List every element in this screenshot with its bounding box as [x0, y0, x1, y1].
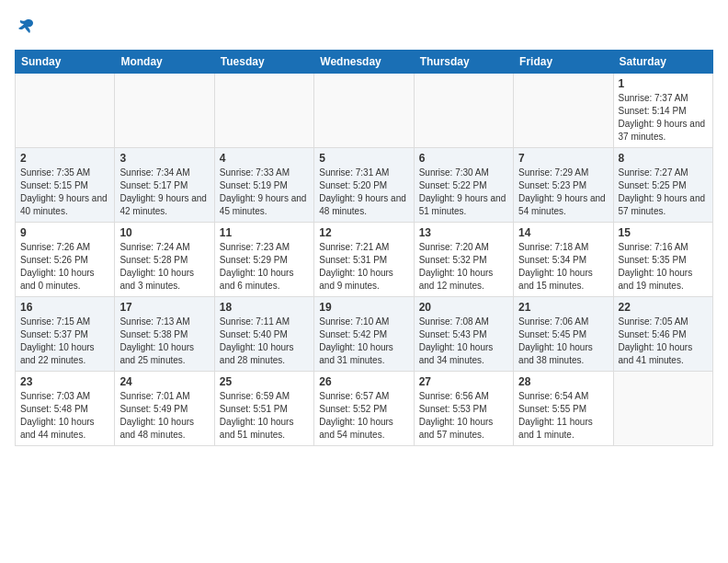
- calendar-cell: [314, 74, 414, 148]
- day-number: 3: [119, 152, 209, 165]
- day-header-monday: Monday: [115, 51, 214, 74]
- logo: [15, 15, 35, 39]
- day-info: Sunrise: 7:34 AM Sunset: 5:17 PM Dayligh…: [119, 167, 209, 218]
- day-number: 24: [119, 375, 209, 388]
- day-info: Sunrise: 7:31 AM Sunset: 5:20 PM Dayligh…: [319, 167, 408, 218]
- day-number: 21: [518, 301, 608, 314]
- calendar-cell: 4Sunrise: 7:33 AM Sunset: 5:19 PM Daylig…: [214, 148, 313, 223]
- day-info: Sunrise: 7:01 AM Sunset: 5:49 PM Dayligh…: [119, 390, 209, 442]
- day-number: 8: [619, 152, 708, 165]
- page-header: [15, 15, 713, 39]
- day-header-friday: Friday: [514, 51, 613, 74]
- calendar-cell: 9Sunrise: 7:26 AM Sunset: 5:26 PM Daylig…: [16, 223, 115, 297]
- calendar-week-4: 16Sunrise: 7:15 AM Sunset: 5:37 PM Dayli…: [16, 297, 713, 372]
- day-info: Sunrise: 7:30 AM Sunset: 5:22 PM Dayligh…: [419, 167, 508, 218]
- day-number: 6: [419, 152, 508, 165]
- day-info: Sunrise: 7:03 AM Sunset: 5:48 PM Dayligh…: [20, 390, 109, 442]
- day-info: Sunrise: 6:56 AM Sunset: 5:53 PM Dayligh…: [419, 390, 508, 442]
- day-info: Sunrise: 7:21 AM Sunset: 5:31 PM Dayligh…: [319, 241, 408, 293]
- calendar-cell: 13Sunrise: 7:20 AM Sunset: 5:32 PM Dayli…: [414, 223, 513, 297]
- day-header-wednesday: Wednesday: [314, 51, 414, 74]
- day-number: 28: [518, 375, 608, 388]
- calendar-cell: 20Sunrise: 7:08 AM Sunset: 5:43 PM Dayli…: [414, 297, 513, 372]
- day-info: Sunrise: 6:59 AM Sunset: 5:51 PM Dayligh…: [220, 390, 309, 442]
- calendar-table: SundayMondayTuesdayWednesdayThursdayFrid…: [15, 50, 713, 446]
- day-number: 15: [619, 226, 708, 239]
- calendar-cell: 22Sunrise: 7:05 AM Sunset: 5:46 PM Dayli…: [613, 297, 712, 372]
- calendar-cell: 18Sunrise: 7:11 AM Sunset: 5:40 PM Dayli…: [214, 297, 313, 372]
- calendar-cell: 8Sunrise: 7:27 AM Sunset: 5:25 PM Daylig…: [613, 148, 712, 223]
- calendar-cell: [514, 74, 613, 148]
- day-info: Sunrise: 7:08 AM Sunset: 5:43 PM Dayligh…: [419, 316, 508, 367]
- day-number: 7: [518, 152, 608, 165]
- day-number: 10: [119, 226, 209, 239]
- day-info: Sunrise: 7:15 AM Sunset: 5:37 PM Dayligh…: [20, 316, 109, 367]
- day-number: 19: [319, 301, 408, 314]
- day-number: 16: [20, 301, 109, 314]
- calendar-cell: 25Sunrise: 6:59 AM Sunset: 5:51 PM Dayli…: [214, 372, 313, 446]
- calendar-cell: 5Sunrise: 7:31 AM Sunset: 5:20 PM Daylig…: [314, 148, 414, 223]
- calendar-cell: 23Sunrise: 7:03 AM Sunset: 5:48 PM Dayli…: [16, 372, 115, 446]
- day-number: 5: [319, 152, 408, 165]
- day-number: 17: [119, 301, 209, 314]
- day-info: Sunrise: 7:05 AM Sunset: 5:46 PM Dayligh…: [619, 316, 708, 367]
- calendar-cell: 12Sunrise: 7:21 AM Sunset: 5:31 PM Dayli…: [314, 223, 414, 297]
- day-number: 26: [319, 375, 408, 388]
- day-number: 9: [20, 226, 109, 239]
- day-info: Sunrise: 7:33 AM Sunset: 5:19 PM Dayligh…: [220, 167, 309, 218]
- day-number: 13: [419, 226, 508, 239]
- calendar-cell: 2Sunrise: 7:35 AM Sunset: 5:15 PM Daylig…: [16, 148, 115, 223]
- day-info: Sunrise: 7:13 AM Sunset: 5:38 PM Dayligh…: [119, 316, 209, 367]
- day-number: 14: [518, 226, 608, 239]
- calendar-cell: 19Sunrise: 7:10 AM Sunset: 5:42 PM Dayli…: [314, 297, 414, 372]
- calendar-cell: 28Sunrise: 6:54 AM Sunset: 5:55 PM Dayli…: [514, 372, 613, 446]
- calendar-cell: [613, 372, 712, 446]
- calendar-cell: 26Sunrise: 6:57 AM Sunset: 5:52 PM Dayli…: [314, 372, 414, 446]
- calendar-cell: 11Sunrise: 7:23 AM Sunset: 5:29 PM Dayli…: [214, 223, 313, 297]
- calendar-cell: 6Sunrise: 7:30 AM Sunset: 5:22 PM Daylig…: [414, 148, 513, 223]
- day-info: Sunrise: 6:57 AM Sunset: 5:52 PM Dayligh…: [319, 390, 408, 442]
- calendar-week-2: 2Sunrise: 7:35 AM Sunset: 5:15 PM Daylig…: [16, 148, 713, 223]
- day-info: Sunrise: 7:16 AM Sunset: 5:35 PM Dayligh…: [619, 241, 708, 293]
- day-info: Sunrise: 7:27 AM Sunset: 5:25 PM Dayligh…: [619, 167, 708, 218]
- calendar-week-1: 1Sunrise: 7:37 AM Sunset: 5:14 PM Daylig…: [16, 74, 713, 148]
- day-header-sunday: Sunday: [16, 51, 115, 74]
- day-number: 27: [419, 375, 508, 388]
- calendar-cell: 7Sunrise: 7:29 AM Sunset: 5:23 PM Daylig…: [514, 148, 613, 223]
- day-header-thursday: Thursday: [414, 51, 513, 74]
- day-info: Sunrise: 7:11 AM Sunset: 5:40 PM Dayligh…: [220, 316, 309, 367]
- day-number: 20: [419, 301, 508, 314]
- calendar-cell: [115, 74, 214, 148]
- calendar-week-5: 23Sunrise: 7:03 AM Sunset: 5:48 PM Dayli…: [16, 372, 713, 446]
- day-info: Sunrise: 7:23 AM Sunset: 5:29 PM Dayligh…: [220, 241, 309, 293]
- day-info: Sunrise: 7:26 AM Sunset: 5:26 PM Dayligh…: [20, 241, 109, 293]
- day-info: Sunrise: 7:06 AM Sunset: 5:45 PM Dayligh…: [518, 316, 608, 367]
- day-info: Sunrise: 7:24 AM Sunset: 5:28 PM Dayligh…: [119, 241, 209, 293]
- day-info: Sunrise: 7:35 AM Sunset: 5:15 PM Dayligh…: [20, 167, 109, 218]
- day-number: 23: [20, 375, 109, 388]
- day-info: Sunrise: 7:10 AM Sunset: 5:42 PM Dayligh…: [319, 316, 408, 367]
- calendar-cell: [414, 74, 513, 148]
- calendar-cell: [16, 74, 115, 148]
- day-info: Sunrise: 7:20 AM Sunset: 5:32 PM Dayligh…: [419, 241, 508, 293]
- calendar-week-3: 9Sunrise: 7:26 AM Sunset: 5:26 PM Daylig…: [16, 223, 713, 297]
- calendar-cell: 15Sunrise: 7:16 AM Sunset: 5:35 PM Dayli…: [613, 223, 712, 297]
- calendar-cell: 10Sunrise: 7:24 AM Sunset: 5:28 PM Dayli…: [115, 223, 214, 297]
- day-number: 25: [220, 375, 309, 388]
- calendar-cell: 3Sunrise: 7:34 AM Sunset: 5:17 PM Daylig…: [115, 148, 214, 223]
- day-header-tuesday: Tuesday: [214, 51, 313, 74]
- day-info: Sunrise: 7:29 AM Sunset: 5:23 PM Dayligh…: [518, 167, 608, 218]
- calendar-cell: 21Sunrise: 7:06 AM Sunset: 5:45 PM Dayli…: [514, 297, 613, 372]
- day-number: 11: [220, 226, 309, 239]
- calendar-header-row: SundayMondayTuesdayWednesdayThursdayFrid…: [16, 51, 713, 74]
- calendar-cell: 14Sunrise: 7:18 AM Sunset: 5:34 PM Dayli…: [514, 223, 613, 297]
- day-info: Sunrise: 6:54 AM Sunset: 5:55 PM Dayligh…: [518, 390, 608, 442]
- logo-bird-icon: [17, 18, 35, 35]
- day-number: 18: [220, 301, 309, 314]
- day-number: 4: [220, 152, 309, 165]
- calendar-cell: 24Sunrise: 7:01 AM Sunset: 5:49 PM Dayli…: [115, 372, 214, 446]
- day-number: 22: [619, 301, 708, 314]
- day-info: Sunrise: 7:37 AM Sunset: 5:14 PM Dayligh…: [619, 92, 708, 144]
- calendar-cell: 16Sunrise: 7:15 AM Sunset: 5:37 PM Dayli…: [16, 297, 115, 372]
- day-header-saturday: Saturday: [613, 51, 712, 74]
